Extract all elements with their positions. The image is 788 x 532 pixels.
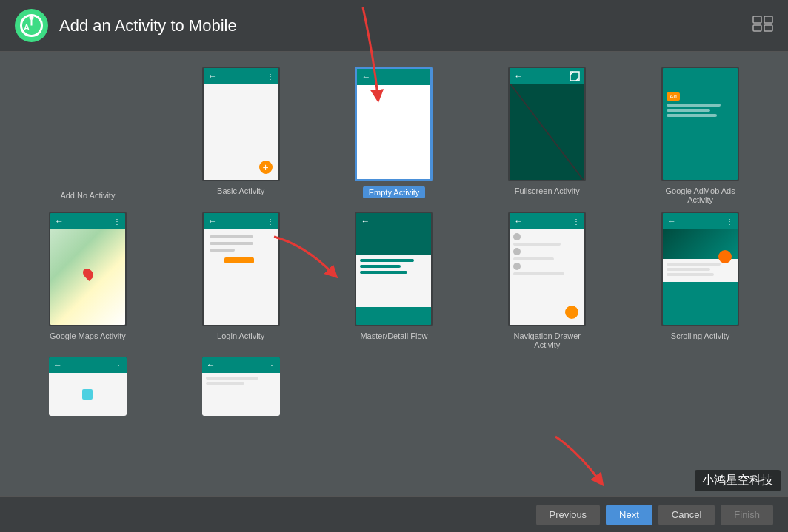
admob-activity-label: Google AdMob Ads Activity [660, 186, 741, 204]
svg-rect-6 [764, 16, 772, 23]
basic-activity-thumb: ← ⋮ + [202, 67, 280, 181]
page-title: Add an Activity to Mobile [59, 16, 237, 36]
maps-activity-label: Google Maps Activity [50, 331, 126, 340]
admob-thumb: Ad [661, 67, 739, 181]
maps-thumb: ← ⋮ [49, 212, 127, 326]
activity-item-empty-activity[interactable]: ← Empty Activity [321, 67, 467, 204]
basic-activity-body: + [204, 84, 278, 180]
svg-line-10 [511, 84, 584, 180]
map-pin [81, 266, 96, 281]
activity-item-login[interactable]: ← ⋮ Login Activity [168, 212, 314, 349]
watermark: 小鸿星空科技 [695, 470, 781, 491]
scrolling-topbar: ← ⋮ [663, 213, 738, 229]
login-line-3 [210, 249, 235, 252]
add-no-activity-thumb [49, 71, 127, 186]
login-topbar: ← ⋮ [204, 213, 278, 229]
login-line-1 [210, 235, 254, 238]
activity-item-fullscreen-activity[interactable]: ← Fullscreen Activity [474, 67, 620, 204]
scrolling-body [663, 229, 738, 325]
md-line-2 [360, 265, 401, 268]
fullscreen-icon [570, 71, 580, 81]
nav-drawer-thumb: ← ⋮ [508, 212, 586, 326]
nav-drawer-topbar: ← ⋮ [510, 213, 584, 229]
empty-activity-label: Empty Activity [363, 186, 425, 198]
svg-point-2 [30, 16, 34, 20]
empty-activity-topbar: ← [357, 69, 430, 85]
nd-circle-1 [513, 233, 521, 240]
nav-drawer-label: Navigation Drawer Activity [507, 331, 588, 349]
md-line-3 [360, 271, 407, 274]
add-no-activity-label: Add No Activity [60, 191, 115, 200]
scrolling-thumb: ← ⋮ [661, 212, 739, 326]
login-body [204, 229, 278, 325]
maps-body [50, 229, 125, 325]
fullscreen-diagonal [510, 84, 584, 180]
empty-activity-thumb: ← [355, 67, 433, 181]
scroll-line-2 [667, 268, 710, 271]
row3-item-1-body [49, 373, 127, 416]
activity-item-master-detail[interactable]: ← Master/Detail Flow [321, 212, 467, 349]
admob-line-1 [667, 104, 721, 107]
basic-activity-label: Basic Activity [217, 186, 264, 195]
svg-rect-8 [764, 25, 772, 31]
scroll-line-1 [667, 263, 721, 266]
activity-item-navigation-drawer[interactable]: ← ⋮ Navigation Drawer Activity [474, 212, 620, 349]
admob-line-3 [667, 114, 717, 117]
row3-item-1-thumb: ← ⋮ [49, 357, 127, 416]
login-activity-label: Login Activity [217, 331, 264, 340]
footer: Previous Next Cancel Finish [0, 496, 788, 532]
activity-item-admob[interactable]: Ad Google AdMob Ads Activity [627, 67, 773, 204]
activity-item-row3-2[interactable]: ← ⋮ [168, 357, 314, 416]
fullscreen-topbar: ← [510, 68, 584, 84]
next-button[interactable]: Next [606, 505, 652, 525]
md-content [356, 255, 431, 307]
admob-topbar [663, 68, 738, 84]
fullscreen-activity-label: Fullscreen Activity [515, 186, 580, 195]
fullscreen-activity-thumb: ← [508, 67, 586, 181]
nd-circle-2 [513, 248, 521, 255]
md-line-1 [360, 259, 414, 262]
nd-line-2 [513, 257, 554, 260]
window-icon[interactable] [752, 16, 773, 36]
row3-item-1-icon [82, 389, 93, 400]
master-detail-body [356, 229, 431, 325]
activity-item-add-no-activity[interactable]: Add No Activity [15, 67, 161, 204]
nd-line-1 [513, 243, 561, 246]
row3-item-2-thumb: ← ⋮ [202, 357, 280, 416]
nav-drawer-body [510, 229, 584, 325]
previous-button[interactable]: Previous [536, 505, 601, 525]
activity-item-scrolling[interactable]: ← ⋮ Scrolling Activity [627, 212, 773, 349]
fullscreen-body [510, 84, 584, 180]
maps-topbar: ← ⋮ [50, 213, 125, 229]
activity-grid: Add No Activity ← ⋮ + Basic Activity ← E… [0, 52, 788, 496]
cancel-button[interactable]: Cancel [658, 505, 715, 525]
android-studio-logo: A [15, 9, 48, 42]
master-detail-topbar: ← [356, 213, 431, 229]
login-form [204, 229, 278, 269]
basic-activity-topbar: ← ⋮ [204, 68, 278, 84]
admob-ad-badge: Ad [667, 92, 680, 101]
login-thumb: ← ⋮ [202, 212, 280, 326]
empty-activity-body [357, 85, 430, 179]
admob-body: Ad [663, 84, 738, 180]
activity-item-row3-1[interactable]: ← ⋮ [15, 357, 161, 416]
md-header [356, 229, 431, 255]
master-detail-label: Master/Detail Flow [360, 331, 427, 340]
admob-line-2 [667, 109, 710, 112]
nd-line-3 [513, 272, 564, 275]
activity-item-basic-activity[interactable]: ← ⋮ + Basic Activity [168, 67, 314, 204]
login-btn-mock [224, 257, 254, 263]
svg-rect-7 [753, 25, 761, 31]
header: A Add an Activity to Mobile [0, 0, 788, 52]
finish-button[interactable]: Finish [721, 505, 773, 525]
nd-fab [565, 306, 578, 319]
master-detail-thumb: ← [355, 212, 433, 326]
activity-item-maps[interactable]: ← ⋮ Google Maps Activity [15, 212, 161, 349]
watermark-text: 小鸿星空科技 [702, 474, 773, 486]
svg-rect-5 [753, 16, 761, 23]
nd-circle-3 [513, 263, 521, 270]
scrolling-label: Scrolling Activity [671, 331, 729, 340]
scrolling-fab [718, 250, 732, 263]
svg-text:A: A [24, 23, 30, 32]
row3-item-2-body [202, 373, 280, 416]
